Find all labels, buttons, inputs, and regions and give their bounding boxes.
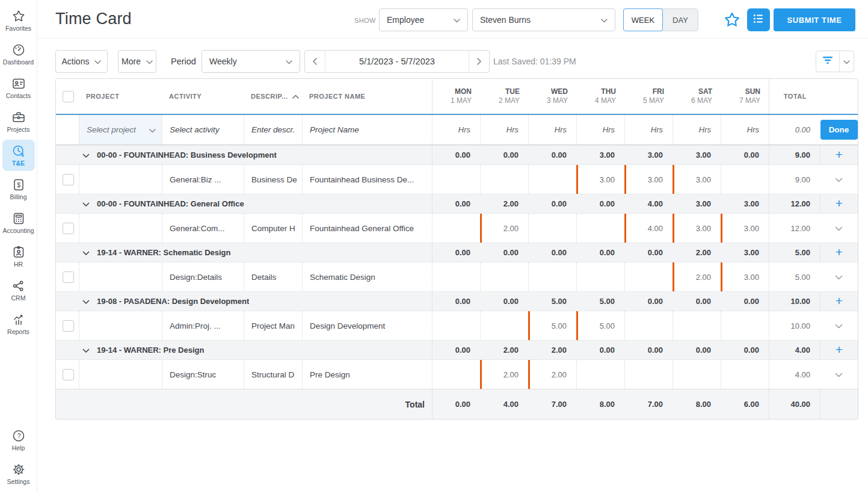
hours-input[interactable]: Hrs xyxy=(624,115,673,144)
add-entry-button[interactable]: + xyxy=(820,146,858,164)
entry-hours-cell[interactable] xyxy=(673,311,721,340)
select-activity-field[interactable]: Select activity xyxy=(162,115,244,144)
entry-description[interactable]: Details xyxy=(244,262,302,291)
entry-description[interactable]: Business De xyxy=(244,165,302,194)
project-name-field[interactable]: Project Name xyxy=(302,115,432,144)
favorite-star-icon[interactable] xyxy=(723,11,741,29)
column-header-activity[interactable]: ACTIVITY xyxy=(162,79,244,114)
entry-hours-cell[interactable] xyxy=(624,262,673,291)
expand-row-button[interactable] xyxy=(820,360,858,389)
description-field[interactable]: Enter descr. xyxy=(244,115,302,144)
entry-hours-cell[interactable] xyxy=(721,311,769,340)
row-checkbox[interactable] xyxy=(63,369,74,380)
entry-hours-cell[interactable]: 3.00 xyxy=(721,214,769,243)
entry-activity[interactable]: Admin:Proj. ... xyxy=(162,311,244,340)
expand-row-button[interactable] xyxy=(820,262,858,291)
hours-input[interactable]: Hrs xyxy=(673,115,721,144)
add-entry-button[interactable]: + xyxy=(820,243,858,262)
entry-hours-cell[interactable] xyxy=(480,262,528,291)
entry-hours-cell[interactable]: 3.00 xyxy=(673,165,721,194)
entry-hours-cell[interactable] xyxy=(480,311,528,340)
submit-time-button[interactable]: SUBMIT TIME xyxy=(774,8,855,31)
entry-hours-cell[interactable] xyxy=(576,262,624,291)
employee-select[interactable]: Steven Burns xyxy=(472,8,615,31)
entry-project-name[interactable]: Fountainhead Business De... xyxy=(302,165,432,194)
sidebar-item-contacts[interactable]: Contacts xyxy=(2,72,35,104)
group-toggle[interactable]: 19-14 - WARNER: Schematic Design xyxy=(56,243,432,262)
entry-description[interactable]: Project Man xyxy=(244,311,302,340)
entry-description[interactable]: Structural D xyxy=(244,360,302,389)
more-menu-button[interactable]: More xyxy=(118,50,156,73)
sidebar-item-accounting[interactable]: Accounting xyxy=(2,207,35,238)
entry-hours-cell[interactable] xyxy=(721,360,769,389)
expand-row-button[interactable] xyxy=(820,165,858,194)
filter-dropdown-button[interactable] xyxy=(839,51,854,72)
timesheet-list-button[interactable] xyxy=(747,8,770,31)
entry-hours-cell[interactable]: 2.00 xyxy=(673,262,721,291)
hours-input[interactable]: Hrs xyxy=(576,115,624,144)
add-entry-button[interactable]: + xyxy=(820,292,858,311)
hours-input[interactable]: Hrs xyxy=(721,115,769,144)
actions-menu-button[interactable]: Actions xyxy=(55,50,108,73)
entry-activity[interactable]: Design:Details xyxy=(162,262,244,291)
hours-input[interactable]: Hrs xyxy=(480,115,528,144)
entry-project-name[interactable]: Fountainhead General Office xyxy=(302,214,432,243)
sidebar-item-billing[interactable]: $Billing xyxy=(2,173,35,205)
entry-hours-cell[interactable]: 3.00 xyxy=(576,165,624,194)
entry-hours-cell[interactable] xyxy=(673,360,721,389)
sidebar-item-reports[interactable]: Reports xyxy=(2,308,35,340)
group-toggle[interactable]: 00-00 - FOUNTAINHEAD: General Office xyxy=(56,194,432,213)
filter-button[interactable] xyxy=(816,51,839,72)
period-select[interactable]: Weekly xyxy=(202,50,300,73)
entry-hours-cell[interactable] xyxy=(432,165,480,194)
sidebar-item-favorites[interactable]: Favorites xyxy=(2,5,35,36)
entry-hours-cell[interactable]: 5.00 xyxy=(528,311,576,340)
column-header-project-name[interactable]: PROJECT NAME xyxy=(302,79,432,114)
entry-hours-cell[interactable] xyxy=(528,165,576,194)
entry-project-name[interactable]: Pre Design xyxy=(302,360,432,389)
add-entry-button[interactable]: + xyxy=(820,194,858,213)
entry-activity[interactable]: General:Com... xyxy=(162,214,244,243)
day-toggle-button[interactable]: DAY xyxy=(663,9,698,31)
row-checkbox[interactable] xyxy=(63,174,74,185)
entry-hours-cell[interactable] xyxy=(480,165,528,194)
select-all-checkbox[interactable] xyxy=(63,91,74,102)
entry-project-name[interactable]: Schematic Design xyxy=(302,262,432,291)
expand-row-button[interactable] xyxy=(820,311,858,340)
entry-hours-cell[interactable]: 5.00 xyxy=(576,311,624,340)
entry-hours-cell[interactable] xyxy=(432,262,480,291)
entry-hours-cell[interactable] xyxy=(432,214,480,243)
sidebar-item-settings[interactable]: Settings xyxy=(2,458,35,489)
entry-hours-cell[interactable] xyxy=(624,311,673,340)
entry-hours-cell[interactable] xyxy=(432,360,480,389)
entry-hours-cell[interactable]: 2.00 xyxy=(480,360,528,389)
previous-period-button[interactable] xyxy=(305,51,325,72)
done-button[interactable]: Done xyxy=(820,120,858,140)
entry-hours-cell[interactable]: 2.00 xyxy=(528,360,576,389)
entry-description[interactable]: Computer H xyxy=(244,214,302,243)
entry-hours-cell[interactable] xyxy=(624,360,673,389)
date-range-value[interactable]: 5/1/2023 - 5/7/2023 xyxy=(325,51,469,72)
row-checkbox[interactable] xyxy=(63,223,74,234)
entry-hours-cell[interactable] xyxy=(528,262,576,291)
sidebar-item-help[interactable]: ?Help xyxy=(2,424,35,456)
add-entry-button[interactable]: + xyxy=(820,341,858,359)
select-project-dropdown[interactable]: Select project xyxy=(79,115,162,144)
sidebar-item-t-e[interactable]: $T&E xyxy=(2,140,35,171)
entry-hours-cell[interactable] xyxy=(432,311,480,340)
hours-input[interactable]: Hrs xyxy=(432,115,480,144)
entry-hours-cell[interactable] xyxy=(721,165,769,194)
group-toggle[interactable]: 00-00 - FOUNTAINHEAD: Business Developme… xyxy=(56,146,432,164)
show-mode-select[interactable]: Employee xyxy=(379,8,468,31)
entry-hours-cell[interactable]: 4.00 xyxy=(624,214,673,243)
entry-activity[interactable]: Design:Struc xyxy=(162,360,244,389)
entry-hours-cell[interactable]: 2.00 xyxy=(480,214,528,243)
hours-input[interactable]: Hrs xyxy=(528,115,576,144)
entry-hours-cell[interactable] xyxy=(576,360,624,389)
entry-hours-cell[interactable]: 3.00 xyxy=(721,262,769,291)
entry-hours-cell[interactable] xyxy=(528,214,576,243)
entry-activity[interactable]: General:Biz ... xyxy=(162,165,244,194)
entry-hours-cell[interactable]: 3.00 xyxy=(673,214,721,243)
entry-hours-cell[interactable]: 3.00 xyxy=(624,165,673,194)
entry-project-name[interactable]: Design Development xyxy=(302,311,432,340)
